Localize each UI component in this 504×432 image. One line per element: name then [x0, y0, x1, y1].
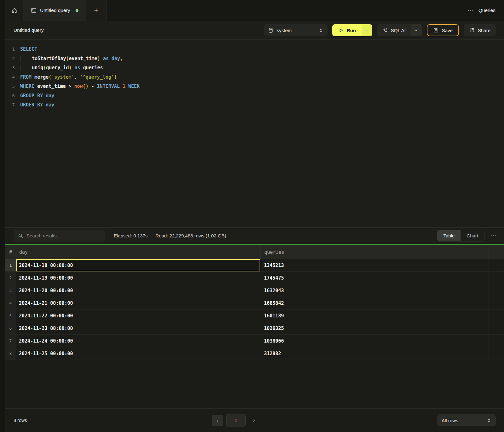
results-empty-area — [5, 360, 504, 408]
search-results-box[interactable] — [14, 230, 105, 242]
day-cell[interactable]: 2024-11-22 00:00:00 — [16, 310, 260, 322]
updown-chevrons-icon — [487, 418, 491, 423]
run-button-group: Run — [332, 24, 372, 36]
tab-chart-view[interactable]: Chart — [461, 230, 484, 241]
elapsed-stat: Elapsed: 0.137s — [114, 233, 148, 238]
row-index-cell[interactable]: 3 — [5, 284, 16, 297]
code-line[interactable]: 2 toStartOfDay(event_time) as day, — [5, 54, 504, 64]
page-size-select[interactable]: All rows — [437, 414, 496, 426]
code-line[interactable]: 7ORDER BY day — [5, 100, 504, 110]
code-token: day — [46, 93, 54, 99]
chevron-down-icon — [365, 28, 369, 32]
tab-bar-right: ⋯ Queries — [468, 0, 504, 21]
code-token — [80, 65, 83, 71]
code-token — [100, 56, 103, 61]
table-row[interactable]: 72024-11-24 00:00:001038066 — [5, 335, 504, 347]
row-index-cell[interactable]: 8 — [5, 347, 16, 360]
column-header-queries[interactable]: queries — [260, 245, 489, 259]
previous-page-button[interactable]: ‹ — [212, 415, 223, 426]
day-cell[interactable]: 2024-11-25 00:00:00 — [16, 347, 260, 360]
code-token — [120, 83, 123, 89]
table-row[interactable]: 62024-11-23 00:00:001026325 — [5, 322, 504, 335]
sql-ai-button[interactable]: SQL AI — [377, 24, 411, 36]
day-cell[interactable]: 2024-11-21 00:00:00 — [16, 297, 260, 309]
row-count-label: 8 rows — [14, 418, 27, 423]
new-tab-button[interactable]: + — [86, 0, 107, 21]
table-row[interactable]: 82024-11-25 00:00:00312882 — [5, 347, 504, 360]
run-button[interactable]: Run — [332, 24, 362, 36]
code-token: query_id — [46, 65, 69, 71]
code-token — [125, 83, 128, 89]
database-icon — [268, 28, 273, 33]
code-token: 1 — [123, 83, 125, 89]
code-token: WEEK — [128, 83, 140, 89]
code-token — [72, 65, 75, 71]
code-token: ( — [43, 65, 46, 71]
tab-table-view[interactable]: Table — [437, 230, 461, 241]
queries-cell[interactable]: 1745475 — [260, 272, 489, 284]
code-token: now — [74, 83, 83, 89]
page-title: Untitled query — [14, 27, 44, 33]
day-cell[interactable]: 2024-11-24 00:00:00 — [16, 335, 260, 347]
row-index-cell[interactable]: 5 — [5, 310, 16, 322]
column-header-index[interactable]: # — [5, 249, 16, 255]
code-line[interactable]: 1SELECT — [5, 45, 504, 54]
tab-untitled-query[interactable]: Untitled query — [24, 0, 86, 21]
queries-cell[interactable]: 1685842 — [260, 297, 489, 309]
code-line[interactable]: 6GROUP BY day — [5, 91, 504, 101]
code-line[interactable]: 5WHERE event_time > now() - INTERVAL 1 W… — [5, 82, 504, 91]
search-icon — [18, 233, 23, 238]
row-index-cell[interactable]: 2 — [5, 272, 16, 284]
code-token — [20, 56, 32, 61]
day-cell[interactable]: 2024-11-18 00:00:00 — [16, 259, 260, 271]
code-token: , — [120, 56, 123, 61]
row-index-cell[interactable]: 7 — [5, 335, 16, 347]
queries-cell[interactable]: 312882 — [260, 347, 489, 360]
day-cell[interactable]: 2024-11-20 00:00:00 — [16, 284, 260, 297]
sql-editor[interactable]: 1SELECT2 toStartOfDay(event_time) as day… — [5, 40, 504, 227]
results-toolbar: Elapsed: 0.137s Read: 22,229,488 rows (1… — [5, 227, 504, 244]
queries-link[interactable]: Queries — [478, 8, 495, 13]
table-row[interactable]: 52024-11-22 00:00:001601189 — [5, 310, 504, 322]
code-token — [43, 93, 46, 99]
code-line[interactable]: 4FROM merge('system', '^query_log') — [5, 73, 504, 82]
database-select[interactable]: system — [264, 24, 328, 36]
results-more-icon[interactable]: ⋯ — [489, 231, 498, 240]
sql-ai-button-label: SQL AI — [391, 28, 406, 33]
tabs-more-icon[interactable]: ⋯ — [468, 7, 473, 14]
next-page-button[interactable]: › — [249, 415, 259, 426]
table-row[interactable]: 42024-11-21 00:00:001685842 — [5, 297, 504, 310]
table-row[interactable]: 22024-11-19 00:00:001745475 — [5, 272, 504, 284]
queries-cell[interactable]: 1601189 — [260, 310, 489, 322]
read-stat: Read: 22,229,488 rows (1.02 GB) — [156, 233, 226, 238]
queries-cell[interactable]: 1038066 — [260, 335, 489, 347]
current-page-button[interactable]: 1 — [226, 414, 246, 427]
code-token: ORDER BY — [20, 102, 43, 108]
day-cell[interactable]: 2024-11-19 00:00:00 — [16, 272, 260, 284]
left-edge-strip — [0, 0, 5, 432]
code-token: merge — [34, 74, 49, 80]
save-button[interactable]: Save — [427, 24, 459, 36]
sql-ai-options-button[interactable] — [411, 24, 422, 36]
table-row[interactable]: 12024-11-18 00:00:001345213 — [5, 259, 504, 272]
queries-cell[interactable]: 1345213 — [260, 259, 489, 271]
save-button-label: Save — [442, 28, 453, 33]
code-token — [43, 102, 46, 108]
row-index-cell[interactable]: 1 — [5, 259, 16, 271]
day-cell[interactable]: 2024-11-23 00:00:00 — [16, 322, 260, 334]
code-line[interactable]: 3 uniq(query_id) as queries — [5, 63, 504, 73]
row-index-cell[interactable]: 4 — [5, 297, 16, 309]
home-button[interactable] — [5, 0, 24, 21]
search-results-input[interactable] — [26, 233, 101, 238]
code-token: - — [89, 83, 97, 89]
column-header-day[interactable]: day — [16, 245, 260, 259]
run-options-button[interactable] — [362, 24, 372, 36]
queries-cell[interactable]: 1026325 — [260, 322, 489, 334]
table-row[interactable]: 32024-11-20 00:00:001632043 — [5, 284, 504, 297]
row-index-cell[interactable]: 6 — [5, 322, 16, 334]
share-button[interactable]: Share — [464, 24, 496, 36]
queries-cell[interactable]: 1632043 — [260, 284, 489, 297]
code-text: WHERE event_time > now() - INTERVAL 1 WE… — [20, 82, 140, 91]
code-token: ) — [97, 56, 100, 61]
code-token: INTERVAL — [97, 83, 120, 89]
